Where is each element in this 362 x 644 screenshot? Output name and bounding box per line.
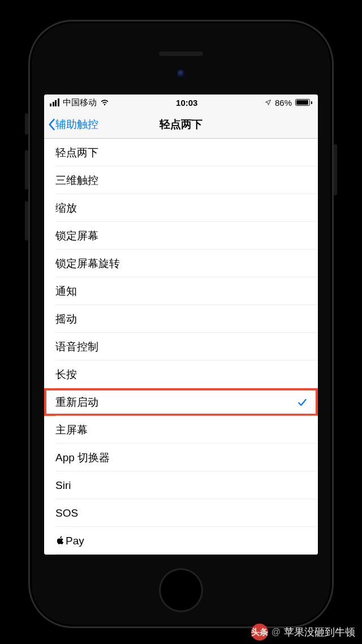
option-label: 锁定屏幕旋转 bbox=[55, 256, 308, 271]
option-label: 三维触控 bbox=[55, 173, 308, 188]
option-row[interactable]: 长按 bbox=[44, 360, 318, 388]
apple-logo-icon bbox=[55, 535, 64, 546]
checkmark-icon bbox=[296, 397, 308, 408]
battery-pct: 86% bbox=[275, 98, 292, 108]
option-row[interactable]: 通知 bbox=[44, 277, 318, 305]
option-row[interactable]: 摇动 bbox=[44, 305, 318, 333]
option-row[interactable]: Pay bbox=[44, 527, 318, 555]
chevron-left-icon bbox=[48, 118, 55, 131]
screen: 中国移动 10:03 86% bbox=[44, 95, 318, 555]
option-label: 主屏幕 bbox=[55, 423, 308, 437]
watermark-name: 苹果没砸到牛顿 bbox=[284, 625, 355, 639]
back-label: 辅助触控 bbox=[55, 117, 98, 132]
watermark-badge: 头条 bbox=[251, 624, 268, 641]
option-label: 重新启动 bbox=[55, 395, 296, 410]
option-label: 通知 bbox=[55, 284, 308, 299]
option-label: 语音控制 bbox=[55, 340, 308, 354]
watermark-at: @ bbox=[272, 627, 281, 637]
option-row[interactable]: 三维触控 bbox=[44, 166, 318, 194]
mute-switch bbox=[25, 113, 28, 135]
option-row[interactable]: Siri bbox=[44, 471, 318, 499]
option-label: Siri bbox=[55, 479, 308, 492]
battery-icon bbox=[295, 99, 312, 106]
option-label: Pay bbox=[66, 535, 308, 547]
option-row[interactable]: 主屏幕 bbox=[44, 416, 318, 444]
back-button[interactable]: 辅助触控 bbox=[48, 117, 98, 132]
option-label: 摇动 bbox=[55, 312, 308, 327]
nav-bar: 辅助触控 轻点两下 bbox=[44, 110, 318, 139]
options-list[interactable]: 轻点两下三维触控缩放锁定屏幕锁定屏幕旋转通知摇动语音控制长按重新启动主屏幕App… bbox=[44, 139, 318, 555]
option-label: 长按 bbox=[55, 367, 308, 382]
option-row[interactable]: App 切换器 bbox=[44, 444, 318, 471]
power-button bbox=[334, 144, 337, 195]
volume-up-button bbox=[25, 150, 28, 190]
speaker-grille bbox=[159, 51, 203, 56]
option-label: 轻点两下 bbox=[55, 145, 308, 160]
signal-icon bbox=[50, 98, 59, 106]
front-camera bbox=[177, 70, 185, 78]
status-time: 10:03 bbox=[109, 98, 265, 108]
option-row[interactable]: 锁定屏幕 bbox=[44, 222, 318, 250]
option-label: SOS bbox=[55, 507, 308, 520]
watermark: 头条 @ 苹果没砸到牛顿 bbox=[251, 624, 355, 641]
option-row[interactable]: 轻点两下 bbox=[44, 139, 318, 166]
option-row[interactable]: 重新启动 bbox=[44, 388, 318, 416]
wifi-icon bbox=[100, 99, 109, 106]
option-label: 锁定屏幕 bbox=[55, 229, 308, 243]
location-icon bbox=[265, 99, 272, 106]
carrier-label: 中国移动 bbox=[63, 97, 97, 108]
option-row[interactable]: 锁定屏幕旋转 bbox=[44, 250, 318, 277]
volume-down-button bbox=[25, 201, 28, 241]
home-button bbox=[159, 568, 203, 612]
phone-frame: 中国移动 10:03 86% bbox=[28, 20, 334, 628]
status-bar: 中国移动 10:03 86% bbox=[44, 95, 318, 110]
option-label: App 切换器 bbox=[55, 450, 308, 465]
option-row[interactable]: 语音控制 bbox=[44, 333, 318, 360]
option-row[interactable]: 缩放 bbox=[44, 194, 318, 222]
option-label: 缩放 bbox=[55, 201, 308, 216]
option-row[interactable]: SOS bbox=[44, 499, 318, 527]
